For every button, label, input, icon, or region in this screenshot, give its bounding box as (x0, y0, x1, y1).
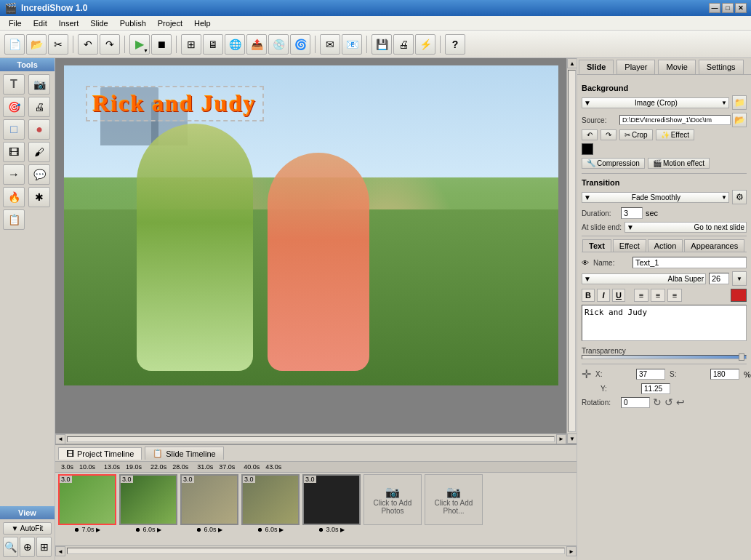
next-icon4[interactable]: ▶ (279, 527, 284, 533)
open-button[interactable]: 📂 (26, 34, 47, 55)
slide-timeline-tab[interactable]: 📋 Slide Timeline (145, 447, 223, 460)
play-button[interactable]: ▶ ▼ (129, 34, 150, 55)
send-button[interactable]: 📧 (342, 34, 362, 55)
slide-thumb-1[interactable]: 3.0 (58, 474, 116, 525)
export-button[interactable]: 📤 (246, 34, 267, 55)
next-icon3[interactable]: ▶ (218, 527, 222, 533)
source-browse-btn[interactable]: 📂 (732, 113, 747, 127)
vertical-scrollbar[interactable]: ▲ ▼ (566, 58, 577, 444)
tl-scroll-track[interactable] (67, 548, 565, 554)
publish-button[interactable]: 🌀 (290, 34, 310, 55)
s-input[interactable] (710, 369, 739, 380)
align-center-btn[interactable]: ≡ (651, 289, 665, 302)
timeline-scrollbar[interactable]: ◄ ► (55, 545, 577, 556)
compression-btn[interactable]: 🔧 Compression (582, 158, 645, 169)
print-button[interactable]: 🖨 (393, 34, 414, 55)
subtab-text[interactable]: Text (582, 239, 611, 252)
tab-settings[interactable]: Settings (699, 60, 744, 74)
project-timeline-tab[interactable]: 🎞 Project Timeline (58, 447, 142, 460)
scroll-right-btn[interactable]: ► (556, 434, 566, 444)
monitor-button[interactable]: 🖥 (203, 34, 223, 55)
lightning-button[interactable]: ⚡ (415, 34, 435, 55)
subtab-appearances[interactable]: Appearances (684, 239, 744, 252)
tl-scroll-left[interactable]: ◄ (55, 546, 65, 556)
undo-bg-btn[interactable]: ↶ (582, 129, 598, 140)
bubble-tool[interactable]: 💬 (28, 164, 50, 185)
tab-player[interactable]: Player (617, 60, 655, 74)
text-tool[interactable]: T (3, 74, 25, 95)
close-button[interactable]: ✕ (735, 3, 747, 13)
arrow-tool[interactable]: → (3, 164, 25, 185)
font-select[interactable]: ▼ Alba Super (582, 273, 706, 284)
circle-tool[interactable]: ● (28, 119, 50, 140)
rect-tool[interactable]: □ (3, 119, 25, 140)
rotate-ccw-btn[interactable]: ↺ (664, 396, 673, 408)
help-button[interactable]: ? (445, 34, 465, 55)
timeline-slide-3[interactable]: 3.0 ⏺ 6.0s ▶ (180, 474, 238, 533)
eye-icon[interactable]: 👁 (582, 259, 589, 267)
zoom-grid[interactable]: ⊞ (36, 537, 52, 557)
flame-tool[interactable]: 🔥 (3, 187, 25, 207)
redo-bg-btn[interactable]: ↷ (601, 129, 617, 140)
text-content-area[interactable]: Rick and Judy (582, 305, 747, 341)
scissors-button[interactable]: ✂ (48, 34, 68, 55)
font-size-input[interactable] (709, 273, 729, 284)
rotate-flip-btn[interactable]: ↩ (676, 396, 685, 408)
grid-button[interactable]: ⊞ (181, 34, 201, 55)
menu-help[interactable]: Help (188, 17, 217, 29)
timeline-slide-2[interactable]: 3.0 ⏺ 6.0s ▶ (119, 474, 177, 533)
h-scroll-track[interactable] (67, 436, 555, 442)
next-icon[interactable]: ▶ (96, 527, 100, 533)
rotate-cw-btn[interactable]: ↻ (653, 396, 662, 408)
y-input[interactable] (641, 383, 670, 394)
next-icon5[interactable]: ▶ (340, 527, 345, 533)
scroll-down-btn[interactable]: ▼ (567, 433, 577, 444)
menu-insert[interactable]: Insert (53, 17, 85, 29)
bg-color-swatch[interactable] (582, 143, 593, 155)
tab-movie[interactable]: Movie (658, 60, 695, 74)
scroll-up-btn[interactable]: ▲ (567, 58, 577, 68)
slide-thumb-5[interactable]: 3.0 (302, 474, 361, 525)
transparency-thumb[interactable] (739, 353, 744, 361)
duration-input[interactable] (621, 207, 643, 219)
subtab-effect[interactable]: Effect (613, 239, 646, 252)
canvas-scroll[interactable]: Rick and Judy (55, 58, 566, 433)
slide-thumb-4[interactable]: 3.0 (241, 474, 300, 525)
timeline-slide-1[interactable]: 3.0 ⏺ 7.0s ▶ (58, 474, 116, 533)
horizontal-scrollbar[interactable]: ◄ ► (55, 433, 566, 444)
redo-button[interactable]: ↷ (100, 34, 120, 55)
new-button[interactable]: 📄 (4, 34, 25, 55)
maximize-button[interactable]: □ (722, 3, 734, 13)
name-input[interactable] (632, 257, 747, 268)
x-input[interactable] (636, 369, 665, 380)
scroll-left-btn[interactable]: ◄ (55, 434, 65, 444)
save-button[interactable]: 💾 (372, 34, 392, 55)
transition-select[interactable]: ▼ Fade Smoothly ▼ (582, 192, 729, 203)
undo-button[interactable]: ↶ (78, 34, 98, 55)
tl-scroll-right[interactable]: ► (566, 546, 577, 556)
crop-btn[interactable]: ✂ Crop (619, 129, 653, 140)
add-photos-1[interactable]: 📷 Click to Add Photos (364, 474, 422, 525)
canvas-area[interactable]: Rick and Judy ◄ ► ▲ (55, 58, 577, 444)
email-button[interactable]: ✉ (320, 34, 340, 55)
zoom-search[interactable]: 🔍 (3, 537, 18, 557)
underline-btn[interactable]: U (612, 289, 625, 302)
align-left-btn[interactable]: ≡ (634, 289, 648, 302)
menu-file[interactable]: File (3, 17, 28, 29)
cd-button[interactable]: 💿 (268, 34, 289, 55)
text-overlay[interactable]: Rick and Judy (86, 86, 264, 121)
menu-edit[interactable]: Edit (28, 17, 53, 29)
trans-settings-btn[interactable]: ⚙ (732, 190, 747, 204)
align-right-btn[interactable]: ≡ (667, 289, 682, 302)
v-scroll-track[interactable] (568, 70, 576, 432)
print-tool[interactable]: 🖨 (28, 97, 50, 117)
bg-type-select[interactable]: ▼ Image (Crop) ▼ (582, 97, 729, 108)
font-size-arrow[interactable]: ▼ (732, 271, 747, 286)
timeline-slide-4[interactable]: 3.0 ⏺ 6.0s ▶ (241, 474, 300, 533)
subtab-action[interactable]: Action (648, 239, 683, 252)
effect-btn[interactable]: ✨ Effect (656, 129, 694, 140)
menu-slide[interactable]: Slide (84, 17, 113, 29)
menu-project[interactable]: Project (152, 17, 188, 29)
bold-btn[interactable]: B (582, 289, 595, 302)
zoom-in[interactable]: ⊕ (20, 537, 35, 557)
